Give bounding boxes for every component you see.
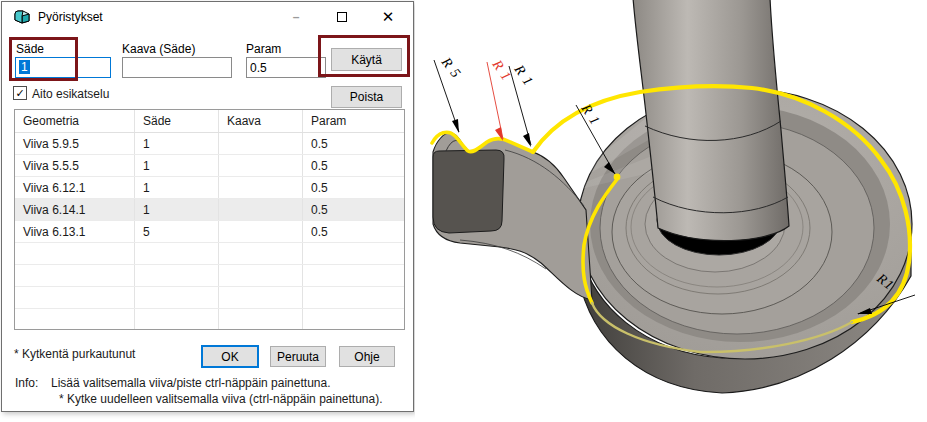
table-cell[interactable]: 5	[135, 221, 219, 242]
table-cell[interactable]	[303, 287, 405, 308]
preview-checkbox-label: Aito esikatselu	[32, 87, 109, 101]
table-cell[interactable]	[219, 133, 303, 154]
table-cell[interactable]: 0.5	[303, 199, 405, 220]
table-cell[interactable]	[219, 155, 303, 176]
checkmark-icon: ✓	[15, 88, 24, 99]
table-cell[interactable]	[219, 265, 303, 286]
dim-label-r1-red: R 1	[489, 56, 515, 83]
remove-button[interactable]: Poista	[331, 86, 402, 108]
table-cell[interactable]	[15, 243, 135, 264]
param-input[interactable]	[246, 57, 326, 78]
status-note: * Kytkentä purkautunut	[14, 347, 135, 361]
table-row[interactable]: Viiva 5.5.510.5	[15, 155, 404, 177]
column-header-param[interactable]: Param	[303, 110, 405, 132]
arm-block-front-face	[433, 150, 504, 233]
table-cell[interactable]: Viiva 6.12.1	[15, 177, 135, 198]
table-cell[interactable]	[219, 177, 303, 198]
edge-vertex-point[interactable]	[614, 174, 621, 181]
info-line-1: Lisää valitsemalla viiva/piste ctrl-näpp…	[51, 376, 331, 390]
table-cell[interactable]	[135, 287, 219, 308]
table-cell[interactable]: Viiva 5.9.5	[15, 133, 135, 154]
table-cell[interactable]	[135, 309, 219, 330]
dialog-title: Pyöristykset	[38, 10, 103, 24]
help-button[interactable]: Ohje	[339, 346, 395, 367]
fillet-table: Geometria Säde Kaava Param Viiva 5.9.510…	[14, 109, 405, 330]
cancel-button[interactable]: Peruuta	[270, 346, 326, 367]
table-row-empty[interactable]	[15, 287, 404, 309]
table-cell[interactable]: 1	[135, 177, 219, 198]
info-label: Info:	[15, 376, 38, 390]
model-viewport[interactable]: R 5 R 1 R 1 R 1 R1	[415, 0, 927, 422]
table-cell[interactable]: 0.5	[303, 133, 405, 154]
table-row[interactable]: Viiva 6.13.150.5	[15, 221, 404, 243]
dim-label-r1-b: R 1	[511, 61, 537, 88]
table-cell[interactable]: 0.5	[303, 177, 405, 198]
table-cell[interactable]	[15, 309, 135, 330]
table-cell[interactable]	[303, 309, 405, 330]
minimize-button[interactable]: –	[280, 2, 312, 32]
table-cell[interactable]: 1	[135, 199, 219, 220]
dim-label-r5: R 5	[438, 54, 464, 81]
table-cell[interactable]: 0.5	[303, 155, 405, 176]
table-cell[interactable]	[303, 243, 405, 264]
arrow-r1-b-icon	[523, 133, 531, 147]
radius-input[interactable]: 1	[15, 57, 111, 78]
cad-model: R 5 R 1 R 1 R 1 R1	[415, 0, 927, 422]
arrow-r5-icon	[452, 119, 459, 133]
table-cell[interactable]	[15, 287, 135, 308]
table-cell[interactable]	[135, 265, 219, 286]
close-icon: ✕	[382, 8, 395, 26]
table-cell[interactable]	[303, 265, 405, 286]
table-header-row: Geometria Säde Kaava Param	[15, 110, 404, 133]
maximize-icon	[337, 12, 347, 22]
table-cell[interactable]	[219, 287, 303, 308]
param-label: Param	[246, 42, 281, 56]
title-bar[interactable]: Pyöristykset – ✕	[2, 2, 413, 32]
close-button[interactable]: ✕	[372, 2, 404, 32]
table-cell[interactable]: 0.5	[303, 221, 405, 242]
table-cell[interactable]	[219, 243, 303, 264]
preview-checkbox[interactable]: ✓	[13, 86, 27, 100]
table-cell[interactable]	[219, 199, 303, 220]
table-cell[interactable]: 1	[135, 133, 219, 154]
formula-label: Kaava (Säde)	[122, 42, 195, 56]
table-row-empty[interactable]	[15, 265, 404, 287]
table-row-empty[interactable]	[15, 243, 404, 265]
minimize-icon: –	[293, 10, 300, 24]
info-line-2: * Kytke uudelleen valitsemalla viiva (ct…	[59, 392, 383, 406]
table-cell[interactable]: Viiva 5.5.5	[15, 155, 135, 176]
table-row-empty[interactable]	[15, 309, 404, 330]
radius-label: Säde	[16, 42, 44, 56]
fillet-dialog: Pyöristykset – ✕ Säde Kaava (Säde) Param…	[1, 1, 414, 412]
fillet-table-body: Viiva 5.9.510.5Viiva 5.5.510.5Viiva 6.12…	[15, 133, 404, 330]
table-cell[interactable]: Viiva 6.13.1	[15, 221, 135, 242]
radius-value-selected: 1	[19, 60, 30, 74]
table-cell[interactable]	[15, 265, 135, 286]
column-header-formula[interactable]: Kaava	[219, 110, 303, 132]
fillet-cube-icon	[13, 9, 31, 25]
table-cell[interactable]	[219, 221, 303, 242]
formula-input[interactable]	[122, 57, 232, 78]
table-cell[interactable]	[219, 309, 303, 330]
table-row[interactable]: Viiva 6.14.110.5	[15, 199, 404, 221]
table-cell[interactable]	[135, 243, 219, 264]
column-header-geometry[interactable]: Geometria	[15, 110, 135, 132]
column-header-radius[interactable]: Säde	[135, 110, 219, 132]
table-cell[interactable]: 1	[135, 155, 219, 176]
table-row[interactable]: Viiva 5.9.510.5	[15, 133, 404, 155]
apply-button[interactable]: Käytä	[331, 48, 402, 71]
table-cell[interactable]: Viiva 6.14.1	[15, 199, 135, 220]
shaft-cylinder	[633, 0, 789, 241]
maximize-button[interactable]	[326, 2, 358, 32]
table-row[interactable]: Viiva 6.12.110.5	[15, 177, 404, 199]
ok-button[interactable]: OK	[201, 345, 259, 368]
